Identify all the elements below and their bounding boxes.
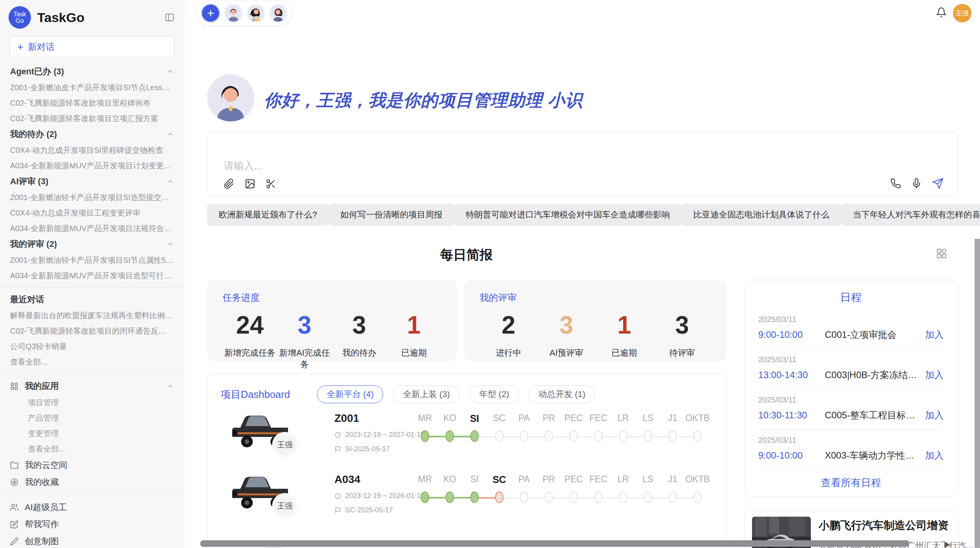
stat-value: 3	[653, 311, 711, 339]
sidebar-item-help-me-write[interactable]: 帮我写作	[0, 516, 184, 533]
stat-label: 新增AI完成任务	[277, 347, 332, 370]
suggestion-chip[interactable]: 欧洲新规最近颁布了什么?	[207, 204, 329, 226]
user-avatar[interactable]: 王强	[953, 4, 971, 22]
avatar[interactable]	[224, 4, 243, 22]
list-item[interactable]: Z001-全新燃油轻卡产品开发项目SI节点属性5D文件评审	[0, 252, 184, 268]
section-header-agent-done[interactable]: Agent已办 (3)	[0, 63, 184, 80]
phone-icon[interactable]	[890, 178, 901, 189]
filter-pill[interactable]: 全新平台 (4)	[317, 385, 383, 403]
list-item[interactable]: C02-飞腾新能源轻客改款项目里程碑画布	[0, 95, 184, 111]
milestone-dot	[619, 430, 627, 442]
schedule-event-title: C003|H0B-方案冻结评审	[825, 369, 920, 381]
sidebar-item-my-apps[interactable]: 我的应用	[0, 378, 184, 395]
news-title: 小鹏飞行汽车制造公司增资	[819, 518, 973, 533]
section-header-my-todo[interactable]: 我的待办 (2)	[0, 126, 184, 142]
list-item[interactable]: C0X4-动力总成开发项目SI里程碑提交物检查	[0, 142, 184, 158]
view-all-schedule-link[interactable]: 查看所有日程	[758, 476, 944, 490]
sidebar-item-favorites[interactable]: 我的收藏	[0, 474, 184, 491]
owner-badge: 王强	[272, 493, 297, 518]
section-title: 我的评审 (2)	[10, 238, 57, 250]
app-window: Task Go TaskGo + 新对话 Agent已办 (3) Z001-全新…	[0, 0, 980, 548]
scroll-right-arrow[interactable]: ▶	[944, 539, 950, 548]
schedule-time: 13:00-14:30	[758, 370, 825, 380]
sidebar-item-ai-super-staff[interactable]: AI超级员工	[0, 499, 184, 516]
stat: 2 进行中	[480, 311, 538, 359]
suggestion-chip[interactable]: 特朗普可能对进口汽车增税会对中国车企造成哪些影响	[454, 204, 682, 226]
horizontal-scrollbar[interactable]	[200, 540, 910, 547]
join-link[interactable]: 加入	[925, 369, 944, 381]
project-info: Z001 2023-12-19 ~ 2027-01-19 SI-2025-05-…	[334, 412, 425, 453]
schedule-item: 2025/03/11 13:00-14:30 C003|H0B-方案冻结评审 加…	[758, 349, 944, 389]
list-item[interactable]: A034-全新新能源MUV产品开发项目法规符合性评审	[0, 221, 184, 236]
add-member-button[interactable]: +	[201, 3, 220, 23]
milestone-dot	[668, 491, 677, 503]
list-item[interactable]: C0X4-动力总成开发项目工程变更评审	[0, 205, 184, 221]
section-header-my-review[interactable]: 我的评审 (2)	[0, 236, 184, 252]
scissors-icon[interactable]	[266, 178, 276, 189]
sidebar-item-cloud-space[interactable]: 我的云空间	[0, 457, 184, 474]
suggestion-chip[interactable]: 如何写一份清晰的项目周报	[329, 204, 454, 226]
milestone-dot	[668, 430, 677, 442]
dashboard-filters: 全新平台 (4) 全新上装 (3) 年型 (2) 动总开发 (1)	[317, 385, 595, 403]
sidebar-item-label: 我的应用	[25, 380, 59, 392]
vertical-scrollbar[interactable]	[975, 239, 980, 548]
list-item[interactable]: Z001-全新燃油皮卡产品开发项目SI节点Lesson Learn报告	[0, 80, 184, 95]
microphone-icon[interactable]	[911, 178, 922, 189]
milestone-timeline: MR KO SI SC PA PR PEC FEC LR LS J1 OKTB	[413, 413, 710, 444]
list-item[interactable]: A034-全新新能源MUV产品开发项目计划变更表编写	[0, 158, 184, 173]
list-item[interactable]: A034-全新新能源MUV产品开发项目造型可行性评审	[0, 268, 184, 283]
filter-pill[interactable]: 全新上装 (3)	[393, 385, 459, 403]
stat-value: 3	[277, 311, 332, 339]
sidebar-item-label: AI超级员工	[25, 502, 67, 513]
milestone-label: PA	[512, 474, 536, 485]
join-link[interactable]: 加入	[925, 409, 944, 421]
project-row[interactable]: 王强 A034 2023-12-19 ~ 2026-01-19 SC-2025-…	[223, 472, 711, 530]
milestone-label: KO	[437, 413, 462, 424]
sidebar-collapse-icon[interactable]	[164, 12, 175, 22]
milestone-dot	[594, 430, 603, 442]
folder-icon	[10, 461, 19, 469]
pen-icon	[10, 537, 19, 546]
send-icon[interactable]	[932, 178, 944, 189]
milestone-label-active: SI	[462, 413, 487, 424]
join-link[interactable]: 加入	[925, 329, 944, 341]
sidebar-subitem-product-mgmt[interactable]: 产品管理	[0, 410, 184, 426]
avatar[interactable]	[247, 4, 265, 22]
suggestion-chip[interactable]: 比亚迪全固态电池计划具体说了什么	[682, 204, 841, 226]
join-link[interactable]: 加入	[925, 449, 944, 462]
sidebar-item-creative-drawing[interactable]: 创意制图	[0, 533, 184, 548]
section-title: Agent已办 (3)	[10, 66, 64, 77]
image-icon[interactable]	[245, 178, 255, 189]
view-all-link[interactable]: 查看全部...	[0, 354, 184, 370]
milestone-label: OKTB	[685, 474, 710, 485]
schedule-time: 9:00-10:00	[758, 450, 825, 461]
list-item[interactable]: Z001-全新燃油轻卡产品开发项目SI造型提交物评审	[0, 190, 184, 205]
chevron-up-icon	[167, 178, 174, 185]
list-item[interactable]: 解释最新出台的欧盟报废车法规再生塑料比例被调至15%...	[0, 308, 184, 323]
suggestion-chip[interactable]: 当下年轻人对汽车外观有怎样的喜好趋势	[841, 204, 980, 226]
avatar[interactable]	[269, 4, 288, 22]
milestone-label: PEC	[561, 413, 586, 424]
new-chat-button[interactable]: + 新对话	[9, 36, 175, 57]
milestone-label: LR	[611, 474, 636, 485]
list-item[interactable]: C02-飞腾新能源轻客改款项目立项汇报方案	[0, 111, 184, 126]
stat-value: 24	[223, 311, 277, 339]
filter-pill[interactable]: 动总开发 (1)	[529, 385, 595, 403]
layout-grid-icon[interactable]	[936, 248, 947, 259]
view-all-link[interactable]: 查看全部...	[0, 441, 184, 457]
milestone-label: SC	[487, 413, 512, 424]
sidebar-subitem-project-mgmt[interactable]: 项目管理	[0, 395, 184, 410]
sidebar-subitem-change-mgmt[interactable]: 变更管理	[0, 426, 184, 441]
project-row[interactable]: 王强 Z001 2023-12-19 ~ 2027-01-19 SI-2025-…	[223, 411, 711, 469]
filter-pill[interactable]: 年型 (2)	[469, 385, 519, 403]
schedule-date: 2025/03/11	[758, 315, 944, 324]
schedule-event-title: C001-立项审批会	[825, 329, 920, 341]
schedule-event-title: C005-整车工程目标评审	[825, 409, 920, 421]
write-icon	[10, 520, 19, 529]
chat-input-box[interactable]: 请输入...	[207, 132, 958, 197]
section-header-ai-review[interactable]: AI评审 (3)	[0, 173, 184, 190]
notification-bell-icon[interactable]	[936, 7, 947, 18]
list-item[interactable]: C02-飞腾新能源轻客改款项目的闭环通告反馈情况	[0, 323, 184, 339]
attachment-icon[interactable]	[224, 178, 235, 189]
list-item[interactable]: 公司Q3轻卡销量	[0, 339, 184, 354]
